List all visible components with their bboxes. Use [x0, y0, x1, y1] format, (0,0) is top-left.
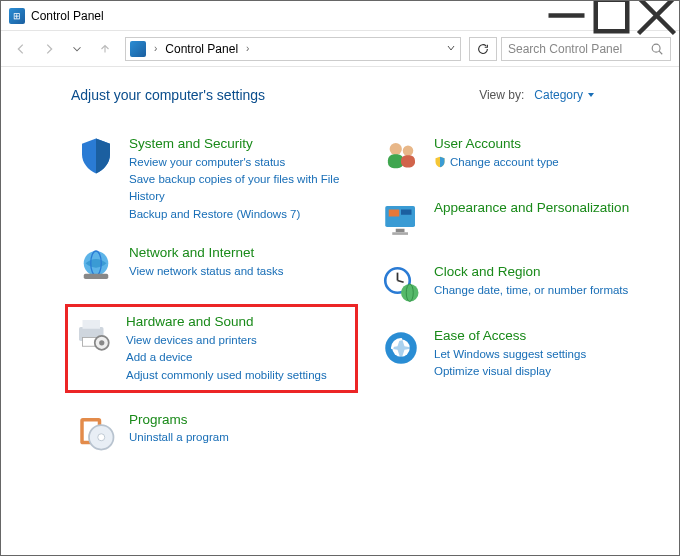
back-button[interactable]	[9, 37, 33, 61]
content-area: Adjust your computer's settings View by:…	[1, 67, 679, 471]
chevron-down-icon	[587, 91, 595, 99]
svg-line-5	[659, 51, 662, 54]
svg-rect-8	[84, 274, 109, 279]
search-input[interactable]: Search Control Panel	[501, 37, 671, 61]
sub-link[interactable]: Change date, time, or number formats	[434, 282, 628, 299]
sub-link[interactable]: Add a device	[126, 349, 327, 366]
forward-button[interactable]	[37, 37, 61, 61]
category-title[interactable]: User Accounts	[434, 135, 559, 153]
control-panel-icon: ⊞	[9, 8, 25, 24]
sub-link[interactable]: View devices and printers	[126, 332, 327, 349]
breadcrumb[interactable]: Control Panel	[165, 42, 238, 56]
category-clock-region: Clock and Region Change date, time, or n…	[376, 259, 663, 309]
address-bar[interactable]: › Control Panel ›	[125, 37, 461, 61]
refresh-button[interactable]	[469, 37, 497, 61]
monitor-icon	[380, 199, 422, 241]
category-title[interactable]: Ease of Access	[434, 327, 586, 345]
clock-globe-icon	[380, 263, 422, 305]
svg-rect-26	[392, 232, 408, 235]
svg-rect-1	[596, 0, 628, 31]
svg-point-13	[99, 340, 104, 345]
category-title[interactable]: Network and Internet	[129, 244, 283, 262]
category-appearance: Appearance and Personalization	[376, 195, 663, 245]
svg-point-17	[98, 434, 105, 441]
disc-icon	[75, 411, 117, 453]
navbar: › Control Panel › Search Control Panel	[1, 31, 679, 67]
page-title: Adjust your computer's settings	[71, 87, 265, 103]
categories-left: System and Security Review your computer…	[71, 131, 358, 471]
chevron-down-icon[interactable]	[446, 42, 456, 56]
titlebar: ⊞ Control Panel	[1, 1, 679, 31]
sub-link[interactable]: Review your computer's status	[129, 154, 354, 171]
control-panel-icon	[130, 41, 146, 57]
chevron-right-icon: ›	[150, 43, 161, 54]
users-icon	[380, 135, 422, 177]
category-title[interactable]: Hardware and Sound	[126, 313, 327, 331]
svg-point-30	[401, 284, 419, 302]
category-title[interactable]: Appearance and Personalization	[434, 199, 629, 217]
category-ease-of-access: Ease of Access Let Windows suggest setti…	[376, 323, 663, 384]
svg-point-4	[652, 44, 660, 52]
sub-link[interactable]: Let Windows suggest settings	[434, 346, 586, 363]
printer-icon	[72, 313, 114, 355]
categories-right: User Accounts Change account type Appear…	[376, 131, 663, 471]
svg-rect-10	[83, 320, 101, 329]
svg-rect-23	[389, 210, 400, 217]
category-title[interactable]: System and Security	[129, 135, 354, 153]
sub-link[interactable]: Change account type	[434, 154, 559, 171]
category-programs: Programs Uninstall a program	[71, 407, 358, 457]
view-by-label: View by:	[479, 88, 524, 102]
sub-link[interactable]: Save backup copies of your files with Fi…	[129, 171, 354, 204]
ease-of-access-icon	[380, 327, 422, 369]
up-button[interactable]	[93, 37, 117, 61]
sub-link[interactable]: View network status and tasks	[129, 263, 283, 280]
category-network: Network and Internet View network status…	[71, 240, 358, 290]
window-title: Control Panel	[31, 9, 104, 23]
shield-icon	[434, 156, 446, 168]
recent-dropdown[interactable]	[65, 37, 89, 61]
sub-link[interactable]: Uninstall a program	[129, 429, 229, 446]
svg-rect-24	[401, 210, 412, 215]
chevron-right-icon: ›	[242, 43, 253, 54]
category-hardware-sound: Hardware and Sound View devices and prin…	[65, 304, 358, 393]
svg-point-18	[390, 143, 402, 155]
maximize-button[interactable]	[589, 1, 634, 30]
close-button[interactable]	[634, 1, 679, 30]
window-controls	[544, 1, 679, 30]
minimize-button[interactable]	[544, 1, 589, 30]
svg-point-20	[403, 146, 414, 157]
category-system-security: System and Security Review your computer…	[71, 131, 358, 226]
sub-link[interactable]: Adjust commonly used mobility settings	[126, 367, 327, 384]
search-placeholder: Search Control Panel	[508, 42, 644, 56]
view-by-dropdown[interactable]: Category	[534, 88, 595, 102]
shield-icon	[75, 135, 117, 177]
sub-link[interactable]: Backup and Restore (Windows 7)	[129, 206, 354, 223]
category-title[interactable]: Clock and Region	[434, 263, 628, 281]
svg-rect-21	[401, 155, 415, 167]
search-icon	[650, 42, 664, 56]
category-user-accounts: User Accounts Change account type	[376, 131, 663, 181]
view-by: View by: Category	[479, 88, 595, 102]
globe-icon	[75, 244, 117, 286]
sub-link[interactable]: Optimize visual display	[434, 363, 586, 380]
svg-rect-25	[396, 229, 405, 233]
category-title[interactable]: Programs	[129, 411, 229, 429]
